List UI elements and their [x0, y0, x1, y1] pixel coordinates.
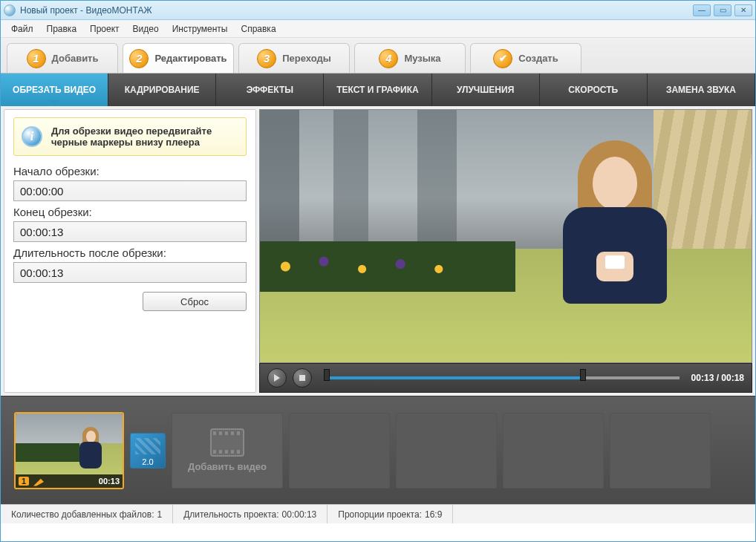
title-bar: Новый проект - ВидеоМОНТАЖ — ▭ ✕ — [1, 1, 755, 20]
trim-end-label: Конец обрезки: — [13, 206, 247, 218]
subtab-enhance[interactable]: УЛУЧШЕНИЯ — [432, 74, 540, 106]
info-hint-text: Для обрезки видео передвигайте черные ма… — [51, 125, 212, 148]
timeline-clip[interactable]: 1 00:13 — [14, 412, 124, 489]
seek-track[interactable] — [324, 372, 680, 384]
trim-duration-field[interactable]: 00:00:13 — [13, 262, 247, 283]
status-bar: Количество добавленных файлов: 1 Длитель… — [1, 504, 755, 523]
subtab-crop[interactable]: КАДРИРОВАНИЕ — [108, 74, 216, 106]
status-length: Длительность проекта: 00:00:13 — [173, 505, 328, 523]
tab-create-label: Создать — [518, 53, 558, 64]
svg-rect-0 — [299, 375, 305, 381]
tab-edit-label: Редактировать — [154, 53, 227, 64]
status-aspect: Пропорции проекта: 16:9 — [328, 505, 453, 523]
empty-slot[interactable] — [610, 413, 711, 489]
step-2-icon: 2 — [129, 49, 149, 68]
subtab-trim[interactable]: ОБРЕЗАТЬ ВИДЕО — [1, 74, 108, 106]
reset-button[interactable]: Сброс — [143, 292, 247, 311]
empty-slot[interactable] — [289, 413, 390, 489]
menu-tools[interactable]: Инструменты — [166, 22, 234, 36]
preview-video[interactable] — [259, 109, 752, 363]
info-hint: i Для обрезки видео передвигайте черные … — [13, 117, 247, 156]
tab-transitions[interactable]: 3 Переходы — [238, 43, 350, 73]
step-4-icon: 4 — [379, 49, 398, 68]
player-time: 00:13 / 00:18 — [691, 373, 744, 383]
subtab-text[interactable]: ТЕКСТ И ГРАФИКА — [324, 74, 431, 106]
subtab-speed[interactable]: СКОРОСТЬ — [540, 74, 648, 106]
menu-edit[interactable]: Правка — [41, 22, 83, 36]
timeline: 1 00:13 2.0 Добавить видео — [1, 396, 755, 504]
stop-button[interactable] — [293, 368, 312, 388]
menu-file[interactable]: Файл — [5, 22, 39, 36]
menu-bar: Файл Правка Проект Видео Инструменты Спр… — [1, 20, 755, 38]
tab-create[interactable]: ✔ Создать — [470, 43, 581, 73]
transition-slot[interactable]: 2.0 — [130, 433, 166, 468]
maximize-button[interactable]: ▭ — [714, 4, 731, 16]
close-button[interactable]: ✕ — [734, 4, 752, 16]
step-1-icon: 1 — [27, 49, 46, 68]
check-icon: ✔ — [493, 49, 512, 68]
add-video-slot[interactable]: Добавить видео — [172, 413, 283, 489]
minimize-button[interactable]: — — [693, 4, 711, 16]
preview-area: 00:13 / 00:18 — [259, 109, 752, 393]
tab-add-label: Добавить — [52, 53, 99, 64]
trim-marker-end[interactable] — [580, 369, 586, 381]
app-icon — [4, 4, 16, 16]
step-3-icon: 3 — [257, 49, 276, 68]
sub-tabs: ОБРЕЗАТЬ ВИДЕО КАДРИРОВАНИЕ ЭФФЕКТЫ ТЕКС… — [1, 74, 755, 106]
subtab-audio[interactable]: ЗАМЕНА ЗВУКА — [648, 74, 755, 106]
tab-add[interactable]: 1 Добавить — [7, 43, 118, 73]
tab-transitions-label: Переходы — [282, 53, 331, 64]
trim-duration-label: Длительность после обрезки: — [13, 246, 247, 259]
pencil-icon — [33, 476, 44, 486]
subtab-effects[interactable]: ЭФФЕКТЫ — [216, 74, 324, 106]
empty-slot[interactable] — [503, 413, 604, 489]
main-tabs: 1 Добавить 2 Редактировать 3 Переходы 4 … — [1, 38, 755, 74]
clip-duration: 00:13 — [99, 477, 120, 486]
trim-marker-start[interactable] — [324, 369, 330, 381]
play-button[interactable] — [267, 368, 287, 388]
transition-duration: 2.0 — [142, 457, 153, 466]
trim-end-field[interactable]: 00:00:13 — [13, 221, 247, 242]
tab-music[interactable]: 4 Музыка — [354, 43, 466, 73]
add-video-label: Добавить видео — [188, 461, 267, 472]
menu-project[interactable]: Проект — [84, 22, 126, 36]
menu-help[interactable]: Справка — [235, 22, 281, 36]
content-area: i Для обрезки видео передвигайте черные … — [1, 106, 755, 396]
clip-index: 1 — [19, 477, 29, 486]
trim-start-field[interactable]: 00:00:00 — [13, 180, 247, 201]
tab-edit[interactable]: 2 Редактировать — [123, 43, 234, 73]
player-controls: 00:13 / 00:18 — [259, 363, 752, 393]
menu-video[interactable]: Видео — [127, 22, 165, 36]
film-icon — [210, 428, 244, 457]
trim-panel: i Для обрезки видео передвигайте черные … — [4, 109, 256, 393]
empty-slot[interactable] — [396, 413, 497, 489]
window-title: Новый проект - ВидеоМОНТАЖ — [20, 5, 693, 16]
trim-start-label: Начало обрезки: — [13, 165, 247, 177]
tab-music-label: Музыка — [404, 53, 440, 64]
info-icon: i — [22, 126, 42, 147]
status-files: Количество добавленных файлов: 1 — [1, 505, 173, 523]
